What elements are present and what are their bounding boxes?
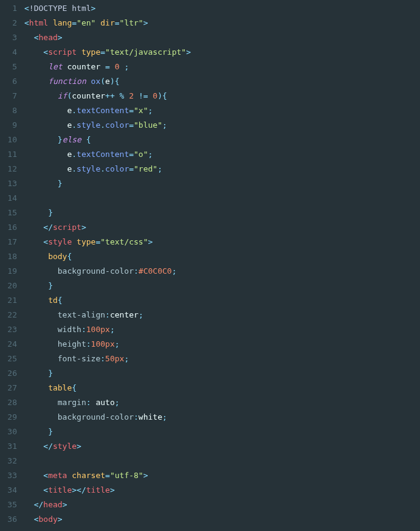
token-prop: color — [105, 120, 129, 130]
token-punc: : — [86, 398, 91, 407]
code-line[interactable]: e.textContent="o"; — [24, 147, 420, 162]
token-prop: ox — [91, 77, 101, 86]
code-editor: 1234567891011121314151617181920212223242… — [0, 0, 420, 531]
code-line[interactable]: </head> — [24, 498, 420, 512]
token-plain — [24, 369, 48, 378]
token-plain — [24, 266, 58, 276]
token-str: "red" — [134, 164, 157, 173]
code-line[interactable]: } — [24, 366, 420, 381]
token-punc: < — [43, 237, 48, 246]
code-line[interactable]: } — [24, 176, 420, 191]
code-line[interactable]: function ox(e){ — [24, 74, 420, 89]
code-line[interactable]: <head> — [24, 30, 420, 45]
code-line[interactable]: e.style.color="red"; — [24, 162, 420, 176]
code-line[interactable]: } — [24, 425, 420, 439]
token-plain — [24, 179, 58, 188]
token-cssprop: height — [58, 339, 86, 349]
code-line[interactable]: font-size:50px; — [24, 352, 420, 366]
code-line[interactable]: <meta charset="utf-8"> — [24, 468, 420, 483]
token-plain — [24, 339, 58, 349]
token-attr: lang — [53, 18, 72, 27]
code-line[interactable] — [24, 191, 420, 206]
token-plain — [24, 208, 48, 217]
token-punc: { — [162, 91, 167, 100]
token-var: counter — [72, 91, 105, 100]
token-punc: ) — [110, 77, 115, 86]
token-op: != — [139, 91, 148, 100]
code-line[interactable]: </script> — [24, 220, 420, 235]
token-cssprop: width — [58, 325, 81, 334]
line-number: 8 — [0, 103, 17, 118]
line-number: 21 — [0, 293, 17, 308]
token-str: "en" — [77, 18, 95, 27]
code-line[interactable]: text-align:center; — [24, 308, 420, 322]
code-area[interactable]: <!DOCTYPE html><html lang="en" dir="ltr"… — [19, 1, 420, 531]
line-number: 18 — [0, 249, 17, 264]
code-line[interactable]: e.style.color="blue"; — [24, 118, 420, 133]
token-plain — [24, 120, 67, 130]
code-line[interactable]: e.textContent="x"; — [24, 103, 420, 118]
code-line[interactable] — [24, 454, 420, 468]
token-punc: } — [48, 281, 53, 290]
code-line[interactable]: </style> — [24, 439, 420, 454]
token-plain — [24, 442, 43, 451]
token-punc: ; — [110, 325, 115, 334]
code-line[interactable]: background-color:white; — [24, 410, 420, 425]
token-punc: ; — [115, 339, 120, 349]
code-line[interactable]: <script type="text/javascript"> — [24, 45, 420, 60]
token-num: 50px — [105, 354, 124, 363]
token-plain — [24, 310, 58, 319]
token-op: = — [129, 120, 134, 130]
code-line[interactable]: td{ — [24, 293, 420, 308]
token-num: 2 — [129, 91, 134, 100]
token-var: counter — [67, 62, 100, 71]
code-line[interactable]: let counter = 0 ; — [24, 60, 420, 74]
code-line[interactable]: <style type="text/css"> — [24, 235, 420, 249]
code-line[interactable]: } — [24, 206, 420, 220]
code-line[interactable]: height:100px; — [24, 337, 420, 352]
code-line[interactable]: if(counter++ % 2 != 0){ — [24, 89, 420, 103]
token-plain — [100, 62, 105, 71]
code-line[interactable]: width:100px; — [24, 322, 420, 337]
token-prop: style — [77, 164, 100, 173]
token-punc: { — [67, 252, 72, 261]
token-keyword: else — [63, 135, 81, 144]
line-number: 6 — [0, 74, 17, 89]
code-line[interactable]: <!DOCTYPE html> — [24, 1, 420, 16]
token-punc: > — [63, 500, 67, 509]
code-line[interactable]: table{ — [24, 381, 420, 395]
code-line[interactable]: body{ — [24, 249, 420, 264]
line-number: 35 — [0, 498, 17, 512]
token-prop: style — [77, 120, 100, 130]
line-number: 22 — [0, 308, 17, 322]
token-punc: } — [48, 427, 53, 436]
code-line[interactable]: }else { — [24, 133, 420, 147]
token-punc: ; — [157, 164, 162, 173]
line-number: 36 — [0, 512, 17, 527]
token-plain — [24, 485, 43, 495]
token-op: = — [129, 150, 134, 159]
line-number: 33 — [0, 468, 17, 483]
token-punc: } — [48, 208, 53, 217]
token-plain — [24, 383, 48, 392]
code-line[interactable]: } — [24, 279, 420, 293]
code-line[interactable]: <html lang="en" dir="ltr"> — [24, 16, 420, 30]
token-plain — [24, 237, 43, 246]
code-line[interactable]: margin: auto; — [24, 395, 420, 410]
token-plain — [81, 135, 86, 144]
token-punc: ; — [162, 412, 167, 422]
code-line[interactable]: <body> — [24, 512, 420, 527]
token-plain — [24, 398, 58, 407]
token-white: center — [110, 310, 139, 319]
code-line[interactable]: <title></title> — [24, 483, 420, 498]
token-cssprop: text-align — [58, 310, 105, 319]
token-punc: ( — [100, 77, 105, 86]
token-punc: : — [100, 354, 105, 363]
line-number: 4 — [0, 45, 17, 60]
token-punc: . — [72, 164, 77, 173]
token-plain — [24, 412, 58, 422]
code-line[interactable]: background-color:#C0C0C0; — [24, 264, 420, 279]
line-number: 12 — [0, 162, 17, 176]
token-str: "ltr" — [120, 18, 143, 27]
token-punc: ; — [148, 106, 153, 115]
